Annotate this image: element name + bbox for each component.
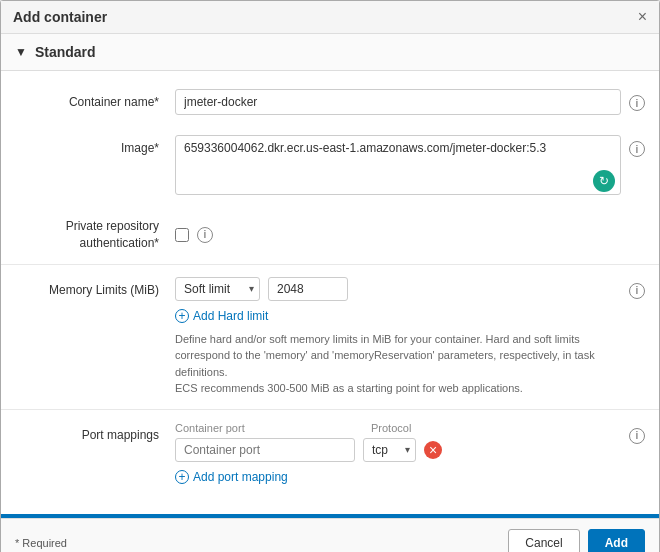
add-hard-limit-button[interactable]: + Add Hard limit bbox=[175, 309, 268, 323]
memory-help-text: Define hard and/or soft memory limits in… bbox=[175, 331, 621, 397]
image-input[interactable]: 659336004062.dkr.ecr.us-east-1.amazonaws… bbox=[175, 135, 621, 195]
image-field-group: 659336004062.dkr.ecr.us-east-1.amazonaws… bbox=[175, 135, 645, 198]
add-port-mapping-button[interactable]: + Add port mapping bbox=[175, 470, 288, 484]
image-info-icon: i bbox=[629, 141, 645, 157]
modal-body: ▼ Standard Container name* i Image* bbox=[1, 34, 659, 518]
add-button[interactable]: Add bbox=[588, 529, 645, 552]
divider-1 bbox=[1, 264, 659, 265]
memory-limits-field-group: Soft limit Hard limit ▾ + Add Hard limit bbox=[175, 277, 645, 397]
modal-header: Add container × bbox=[1, 1, 659, 34]
container-name-field-group: i bbox=[175, 89, 645, 115]
private-repo-label: Private repository authentication* bbox=[15, 218, 175, 252]
modal-footer: * Required Cancel Add bbox=[1, 518, 659, 552]
port-inputs: tcp udp ▾ × bbox=[175, 438, 621, 462]
protocol-select-wrap: tcp udp ▾ bbox=[363, 438, 416, 462]
memory-limits-row: Memory Limits (MiB) Soft limit Hard limi… bbox=[1, 269, 659, 405]
container-port-input[interactable] bbox=[175, 438, 355, 462]
port-info-icon: i bbox=[629, 428, 645, 444]
port-header: Container port Protocol bbox=[175, 422, 621, 434]
memory-info-icon: i bbox=[629, 283, 645, 299]
required-note: * Required bbox=[15, 537, 67, 549]
add-container-modal: Add container × ▼ Standard Container nam… bbox=[0, 0, 660, 552]
port-fields: Container port Protocol tcp udp ▾ bbox=[175, 422, 621, 484]
container-name-info-icon: i bbox=[629, 95, 645, 111]
container-port-col-label: Container port bbox=[175, 422, 355, 434]
section-header: ▼ Standard bbox=[1, 34, 659, 71]
remove-port-button[interactable]: × bbox=[424, 441, 442, 459]
container-name-input[interactable] bbox=[175, 89, 621, 115]
private-repo-info-icon: i bbox=[197, 227, 213, 243]
cancel-button[interactable]: Cancel bbox=[508, 529, 579, 552]
port-mappings-row: Port mappings Container port Protocol tc… bbox=[1, 414, 659, 492]
add-hard-limit-label: Add Hard limit bbox=[193, 309, 268, 323]
memory-fields: Soft limit Hard limit ▾ + Add Hard limit bbox=[175, 277, 621, 397]
image-label: Image* bbox=[15, 135, 175, 155]
memory-value-input[interactable] bbox=[268, 277, 348, 301]
add-port-mapping-label: Add port mapping bbox=[193, 470, 288, 484]
form-content: Container name* i Image* 659336004062.dk… bbox=[1, 71, 659, 506]
container-name-row: Container name* i bbox=[1, 81, 659, 123]
image-row: Image* 659336004062.dkr.ecr.us-east-1.am… bbox=[1, 127, 659, 206]
section-title: Standard bbox=[35, 44, 96, 60]
memory-limit-type-wrap: Soft limit Hard limit ▾ bbox=[175, 277, 260, 301]
container-name-label: Container name* bbox=[15, 89, 175, 109]
modal-title: Add container bbox=[13, 9, 107, 25]
protocol-select[interactable]: tcp udp bbox=[363, 438, 416, 462]
memory-limit-type-select[interactable]: Soft limit Hard limit bbox=[175, 277, 260, 301]
port-mappings-label: Port mappings bbox=[15, 422, 175, 442]
image-textarea-wrap: 659336004062.dkr.ecr.us-east-1.amazonaws… bbox=[175, 135, 621, 198]
plus-circle-icon: + bbox=[175, 309, 189, 323]
footer-buttons: Cancel Add bbox=[508, 529, 645, 552]
close-button[interactable]: × bbox=[638, 9, 647, 25]
memory-limits-label: Memory Limits (MiB) bbox=[15, 277, 175, 297]
add-port-plus-icon: + bbox=[175, 470, 189, 484]
divider-2 bbox=[1, 409, 659, 410]
private-repo-field-group: i bbox=[175, 227, 645, 243]
private-repo-row: Private repository authentication* i bbox=[1, 210, 659, 260]
protocol-col-label: Protocol bbox=[371, 422, 411, 434]
port-mappings-field-group: Container port Protocol tcp udp ▾ bbox=[175, 422, 645, 484]
private-repo-checkbox[interactable] bbox=[175, 228, 189, 242]
refresh-icon[interactable]: ↻ bbox=[593, 170, 615, 192]
section-chevron-icon[interactable]: ▼ bbox=[15, 45, 27, 59]
memory-inputs: Soft limit Hard limit ▾ bbox=[175, 277, 621, 301]
container-name-field bbox=[175, 89, 621, 115]
